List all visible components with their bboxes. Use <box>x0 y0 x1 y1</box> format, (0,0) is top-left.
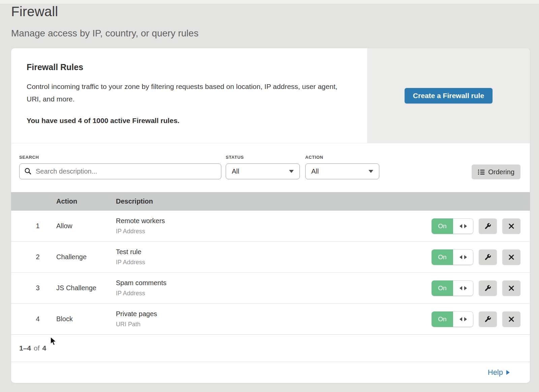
close-icon <box>508 254 515 261</box>
help-link-label: Help <box>488 368 503 377</box>
toggle-state-label: On <box>432 249 453 265</box>
rule-action: Challenge <box>56 253 116 261</box>
toggle-state-label: On <box>432 218 453 234</box>
rule-description: Test rule <box>116 248 415 256</box>
action-filter-group: ACTION All <box>305 155 379 179</box>
table-row: 2 Challenge Test rule IP Address On <box>11 242 530 273</box>
pagination: 1–4 of 4 <box>11 335 530 362</box>
edit-rule-button[interactable] <box>479 280 497 296</box>
rule-description: Spam comments <box>116 279 415 287</box>
chevron-down-icon <box>289 170 294 173</box>
status-filter-group: STATUS All <box>226 155 300 179</box>
rules-usage-summary: You have used 4 of 1000 active Firewall … <box>27 117 347 125</box>
rule-action: Allow <box>56 222 116 230</box>
search-label: SEARCH <box>19 155 221 160</box>
rule-action: Block <box>56 315 116 323</box>
pagination-range: 1–4 <box>19 344 31 352</box>
close-icon <box>508 223 515 230</box>
edit-rule-button[interactable] <box>479 249 497 265</box>
status-selected-value: All <box>232 168 239 175</box>
rule-priority: 4 <box>11 315 56 323</box>
search-field-wrap <box>19 163 221 179</box>
status-select[interactable]: All <box>226 163 300 179</box>
rule-controls: On <box>415 311 530 327</box>
toggle-drag-handle-icon[interactable] <box>453 280 473 296</box>
table-header-row: Action Description <box>11 192 530 211</box>
wrench-icon <box>484 222 492 230</box>
page-title: Firewall <box>11 4 198 19</box>
help-link[interactable]: Help <box>488 368 510 377</box>
toggle-drag-handle-icon[interactable] <box>453 311 473 327</box>
toggle-state-label: On <box>432 280 453 296</box>
close-icon <box>508 316 515 323</box>
column-header-action: Action <box>56 198 116 205</box>
delete-rule-button[interactable] <box>502 280 520 296</box>
delete-rule-button[interactable] <box>502 218 520 234</box>
rule-enabled-toggle[interactable]: On <box>432 280 473 296</box>
wrench-icon <box>484 315 492 323</box>
rule-controls: On <box>415 249 530 265</box>
page-header: Firewall Manage access by IP, country, o… <box>11 4 198 39</box>
rule-description: Private pages <box>116 310 415 318</box>
edit-rule-button[interactable] <box>479 218 497 234</box>
ordering-button-label: Ordering <box>488 168 514 176</box>
wrench-icon <box>484 284 492 292</box>
table-row: 3 JS Challenge Spam comments IP Address … <box>11 273 530 304</box>
intro-description: Control incoming traffic to your zone by… <box>27 80 347 105</box>
status-label: STATUS <box>226 155 300 160</box>
column-header-description: Description <box>116 198 415 205</box>
create-firewall-rule-button[interactable]: Create a Firewall rule <box>405 88 493 103</box>
rule-match-field: IP Address <box>116 228 415 235</box>
rule-enabled-toggle[interactable]: On <box>432 249 473 265</box>
action-select[interactable]: All <box>305 163 379 179</box>
ordered-list-icon <box>478 169 485 176</box>
search-filter-group: SEARCH <box>19 155 221 179</box>
pagination-total: 4 <box>42 344 46 352</box>
action-label: ACTION <box>305 155 379 160</box>
intro-section: Firewall Rules Control incoming traffic … <box>11 48 530 143</box>
rule-priority: 2 <box>11 253 56 261</box>
table-row: 4 Block Private pages URI Path On <box>11 304 530 335</box>
search-input[interactable] <box>19 163 221 179</box>
rule-enabled-toggle[interactable]: On <box>432 218 473 234</box>
ordering-button[interactable]: Ordering <box>472 164 520 179</box>
rule-match-field: IP Address <box>116 259 415 266</box>
pagination-of: of <box>34 344 40 352</box>
rule-priority: 1 <box>11 222 56 230</box>
rule-priority: 3 <box>11 284 56 292</box>
rule-description: Remote workers <box>116 217 415 225</box>
delete-rule-button[interactable] <box>502 311 520 327</box>
search-icon <box>24 168 32 175</box>
rule-controls: On <box>415 280 530 296</box>
wrench-icon <box>484 253 492 261</box>
chevron-down-icon <box>369 170 373 173</box>
page-subtitle: Manage access by IP, country, or query r… <box>11 28 198 39</box>
close-icon <box>508 285 515 292</box>
toggle-drag-handle-icon[interactable] <box>453 218 473 234</box>
toggle-drag-handle-icon[interactable] <box>453 249 473 265</box>
edit-rule-button[interactable] <box>479 311 497 327</box>
toggle-state-label: On <box>432 311 453 327</box>
right-triangle-icon <box>506 370 510 375</box>
intro-text-panel: Firewall Rules Control incoming traffic … <box>11 48 367 143</box>
firewall-rules-card: Firewall Rules Control incoming traffic … <box>11 48 530 383</box>
rule-action: JS Challenge <box>56 284 116 292</box>
rule-match-field: URI Path <box>116 321 415 328</box>
delete-rule-button[interactable] <box>502 249 520 265</box>
intro-heading: Firewall Rules <box>27 62 347 72</box>
rule-match-field: IP Address <box>116 290 415 297</box>
filters-bar: SEARCH STATUS All ACTION All <box>11 143 530 192</box>
card-footer: Help <box>11 362 530 383</box>
rule-enabled-toggle[interactable]: On <box>432 311 473 327</box>
action-selected-value: All <box>311 168 319 175</box>
rule-controls: On <box>415 218 530 234</box>
table-row: 1 Allow Remote workers IP Address On <box>11 211 530 242</box>
create-rule-panel: Create a Firewall rule <box>367 48 530 143</box>
